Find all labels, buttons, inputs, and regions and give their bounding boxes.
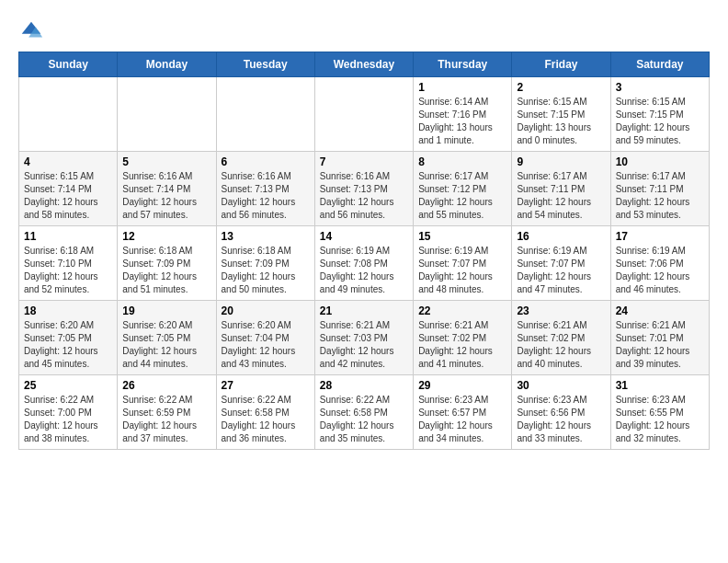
day-info: Sunrise: 6:19 AM Sunset: 7:07 PM Dayligh…: [418, 245, 506, 296]
weekday-header-friday: Friday: [512, 52, 610, 77]
day-cell: 19Sunrise: 6:20 AM Sunset: 7:05 PM Dayli…: [118, 301, 216, 375]
day-cell: 2Sunrise: 6:15 AM Sunset: 7:15 PM Daylig…: [512, 77, 610, 152]
day-info: Sunrise: 6:20 AM Sunset: 7:04 PM Dayligh…: [222, 319, 310, 371]
day-info: Sunrise: 6:22 AM Sunset: 7:00 PM Dayligh…: [24, 394, 112, 445]
day-cell: 8Sunrise: 6:17 AM Sunset: 7:12 PM Daylig…: [414, 152, 512, 226]
day-number: 11: [24, 230, 112, 243]
day-cell: 31Sunrise: 6:23 AM Sunset: 6:55 PM Dayli…: [610, 375, 709, 450]
day-number: 24: [616, 304, 704, 317]
day-cell: 7Sunrise: 6:16 AM Sunset: 7:13 PM Daylig…: [314, 152, 413, 226]
day-number: 27: [222, 379, 310, 392]
day-cell: 30Sunrise: 6:23 AM Sunset: 6:56 PM Dayli…: [512, 375, 610, 450]
day-info: Sunrise: 6:22 AM Sunset: 6:58 PM Dayligh…: [222, 394, 310, 445]
day-info: Sunrise: 6:21 AM Sunset: 7:03 PM Dayligh…: [320, 319, 408, 371]
day-info: Sunrise: 6:23 AM Sunset: 6:56 PM Dayligh…: [517, 394, 605, 445]
header: [18, 18, 710, 44]
day-cell: 10Sunrise: 6:17 AM Sunset: 7:11 PM Dayli…: [610, 152, 709, 226]
day-info: Sunrise: 6:23 AM Sunset: 6:57 PM Dayligh…: [418, 394, 506, 445]
calendar-body: 1Sunrise: 6:14 AM Sunset: 7:16 PM Daylig…: [19, 77, 710, 450]
day-info: Sunrise: 6:14 AM Sunset: 7:16 PM Dayligh…: [418, 96, 506, 147]
day-number: 1: [418, 81, 506, 94]
day-info: Sunrise: 6:21 AM Sunset: 7:02 PM Dayligh…: [517, 319, 605, 371]
day-cell: 22Sunrise: 6:21 AM Sunset: 7:02 PM Dayli…: [414, 301, 512, 375]
week-row-3: 11Sunrise: 6:18 AM Sunset: 7:10 PM Dayli…: [19, 226, 710, 301]
day-cell: 17Sunrise: 6:19 AM Sunset: 7:06 PM Dayli…: [610, 226, 709, 301]
day-number: 17: [616, 230, 704, 243]
day-cell: 6Sunrise: 6:16 AM Sunset: 7:13 PM Daylig…: [216, 152, 314, 226]
day-number: 3: [616, 81, 704, 94]
day-info: Sunrise: 6:15 AM Sunset: 7:15 PM Dayligh…: [616, 96, 704, 147]
day-info: Sunrise: 6:20 AM Sunset: 7:05 PM Dayligh…: [122, 319, 210, 371]
day-info: Sunrise: 6:18 AM Sunset: 7:09 PM Dayligh…: [222, 245, 310, 296]
day-cell: 12Sunrise: 6:18 AM Sunset: 7:09 PM Dayli…: [118, 226, 216, 301]
day-number: 13: [222, 230, 310, 243]
weekday-header-monday: Monday: [118, 52, 216, 77]
day-number: 10: [616, 155, 704, 168]
day-info: Sunrise: 6:21 AM Sunset: 7:01 PM Dayligh…: [616, 319, 704, 371]
day-cell: 28Sunrise: 6:22 AM Sunset: 6:58 PM Dayli…: [314, 375, 413, 450]
day-number: 7: [320, 155, 408, 168]
day-info: Sunrise: 6:17 AM Sunset: 7:12 PM Dayligh…: [418, 170, 506, 222]
day-number: 26: [122, 379, 210, 392]
day-number: 9: [517, 155, 605, 168]
day-number: 22: [418, 304, 506, 317]
day-number: 14: [320, 230, 408, 243]
day-cell: 26Sunrise: 6:22 AM Sunset: 6:59 PM Dayli…: [118, 375, 216, 450]
day-cell: 13Sunrise: 6:18 AM Sunset: 7:09 PM Dayli…: [216, 226, 314, 301]
day-info: Sunrise: 6:17 AM Sunset: 7:11 PM Dayligh…: [616, 170, 704, 222]
day-info: Sunrise: 6:18 AM Sunset: 7:10 PM Dayligh…: [24, 245, 112, 296]
day-cell: 14Sunrise: 6:19 AM Sunset: 7:08 PM Dayli…: [314, 226, 413, 301]
day-info: Sunrise: 6:19 AM Sunset: 7:06 PM Dayligh…: [616, 245, 704, 296]
day-info: Sunrise: 6:16 AM Sunset: 7:14 PM Dayligh…: [122, 170, 210, 222]
week-row-4: 18Sunrise: 6:20 AM Sunset: 7:05 PM Dayli…: [19, 301, 710, 375]
day-number: 12: [122, 230, 210, 243]
day-cell: 16Sunrise: 6:19 AM Sunset: 7:07 PM Dayli…: [512, 226, 610, 301]
day-cell: 27Sunrise: 6:22 AM Sunset: 6:58 PM Dayli…: [216, 375, 314, 450]
day-info: Sunrise: 6:20 AM Sunset: 7:05 PM Dayligh…: [24, 319, 112, 371]
weekday-header-wednesday: Wednesday: [314, 52, 413, 77]
day-info: Sunrise: 6:16 AM Sunset: 7:13 PM Dayligh…: [222, 170, 310, 222]
weekday-header-sunday: Sunday: [19, 52, 118, 77]
day-number: 30: [517, 379, 605, 392]
day-cell: [314, 77, 413, 152]
day-cell: 5Sunrise: 6:16 AM Sunset: 7:14 PM Daylig…: [118, 152, 216, 226]
day-info: Sunrise: 6:15 AM Sunset: 7:14 PM Dayligh…: [24, 170, 112, 222]
day-cell: 9Sunrise: 6:17 AM Sunset: 7:11 PM Daylig…: [512, 152, 610, 226]
week-row-1: 1Sunrise: 6:14 AM Sunset: 7:16 PM Daylig…: [19, 77, 710, 152]
day-number: 15: [418, 230, 506, 243]
day-cell: 23Sunrise: 6:21 AM Sunset: 7:02 PM Dayli…: [512, 301, 610, 375]
weekday-header-tuesday: Tuesday: [216, 52, 314, 77]
day-number: 28: [320, 379, 408, 392]
day-cell: 24Sunrise: 6:21 AM Sunset: 7:01 PM Dayli…: [610, 301, 709, 375]
day-cell: 15Sunrise: 6:19 AM Sunset: 7:07 PM Dayli…: [414, 226, 512, 301]
logo-icon: [18, 18, 44, 44]
week-row-5: 25Sunrise: 6:22 AM Sunset: 7:00 PM Dayli…: [19, 375, 710, 450]
logo: [18, 18, 48, 44]
day-info: Sunrise: 6:19 AM Sunset: 7:07 PM Dayligh…: [517, 245, 605, 296]
day-number: 31: [616, 379, 704, 392]
day-cell: 4Sunrise: 6:15 AM Sunset: 7:14 PM Daylig…: [19, 152, 118, 226]
day-number: 18: [24, 304, 112, 317]
weekday-row: SundayMondayTuesdayWednesdayThursdayFrid…: [19, 52, 710, 77]
day-number: 20: [222, 304, 310, 317]
day-info: Sunrise: 6:21 AM Sunset: 7:02 PM Dayligh…: [418, 319, 506, 371]
day-cell: 1Sunrise: 6:14 AM Sunset: 7:16 PM Daylig…: [414, 77, 512, 152]
day-cell: 29Sunrise: 6:23 AM Sunset: 6:57 PM Dayli…: [414, 375, 512, 450]
day-number: 6: [222, 155, 310, 168]
day-number: 25: [24, 379, 112, 392]
day-number: 8: [418, 155, 506, 168]
day-info: Sunrise: 6:22 AM Sunset: 6:58 PM Dayligh…: [320, 394, 408, 445]
day-number: 19: [122, 304, 210, 317]
day-info: Sunrise: 6:17 AM Sunset: 7:11 PM Dayligh…: [517, 170, 605, 222]
weekday-header-thursday: Thursday: [414, 52, 512, 77]
day-cell: [19, 77, 118, 152]
day-cell: [216, 77, 314, 152]
day-number: 23: [517, 304, 605, 317]
day-info: Sunrise: 6:16 AM Sunset: 7:13 PM Dayligh…: [320, 170, 408, 222]
day-cell: 3Sunrise: 6:15 AM Sunset: 7:15 PM Daylig…: [610, 77, 709, 152]
day-cell: 11Sunrise: 6:18 AM Sunset: 7:10 PM Dayli…: [19, 226, 118, 301]
calendar-header: SundayMondayTuesdayWednesdayThursdayFrid…: [19, 52, 710, 77]
day-cell: [118, 77, 216, 152]
day-number: 21: [320, 304, 408, 317]
day-cell: 21Sunrise: 6:21 AM Sunset: 7:03 PM Dayli…: [314, 301, 413, 375]
